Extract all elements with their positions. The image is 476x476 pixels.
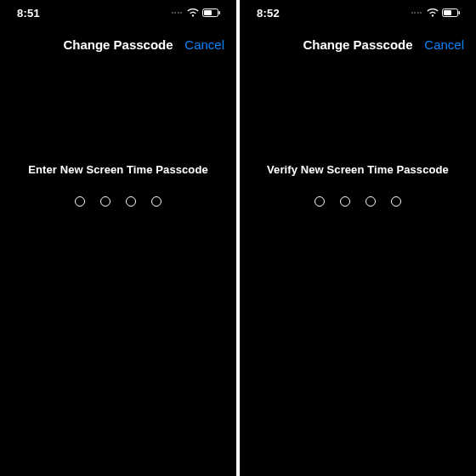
svg-rect-4	[444, 10, 451, 15]
status-bar: 8:52	[240, 0, 476, 26]
passcode-dot	[75, 196, 85, 207]
passcode-dot	[151, 196, 162, 207]
status-time: 8:52	[257, 7, 280, 20]
signal-dots-icon	[411, 12, 422, 14]
passcode-prompt: Enter New Screen Time Passcode	[28, 163, 208, 176]
passcode-dot	[391, 196, 401, 207]
passcode-dot	[100, 196, 110, 207]
status-icons	[411, 8, 462, 17]
status-time: 8:51	[17, 7, 40, 20]
svg-rect-2	[219, 11, 221, 14]
passcode-prompt: Verify New Screen Time Passcode	[267, 163, 449, 176]
nav-bar: Change Passcode Cancel	[240, 26, 476, 63]
status-bar: 8:51	[0, 0, 236, 26]
page-title: Change Passcode	[63, 37, 173, 52]
battery-icon	[442, 8, 461, 17]
status-icons	[172, 8, 222, 17]
passcode-dot	[366, 196, 376, 207]
passcode-input[interactable]	[314, 196, 401, 207]
passcode-content: Verify New Screen Time Passcode	[240, 163, 476, 207]
nav-bar: Change Passcode Cancel	[0, 26, 236, 63]
wifi-icon	[187, 8, 199, 17]
passcode-input[interactable]	[75, 196, 162, 207]
passcode-dot	[314, 196, 325, 207]
page-title: Change Passcode	[303, 37, 412, 52]
signal-dots-icon	[172, 12, 183, 14]
passcode-dot	[126, 196, 136, 207]
passcode-dot	[340, 196, 350, 207]
cancel-button[interactable]: Cancel	[424, 37, 464, 52]
phone-screen-right: 8:52 Change Passcode Cancel Verify New S…	[240, 0, 476, 476]
svg-rect-5	[459, 11, 461, 14]
passcode-content: Enter New Screen Time Passcode	[0, 163, 236, 207]
phone-screen-left: 8:51 Change Passcode Cancel Enter New Sc…	[0, 0, 236, 476]
cancel-button[interactable]: Cancel	[184, 37, 224, 52]
svg-rect-1	[204, 10, 212, 15]
wifi-icon	[427, 8, 439, 17]
battery-icon	[202, 8, 221, 17]
